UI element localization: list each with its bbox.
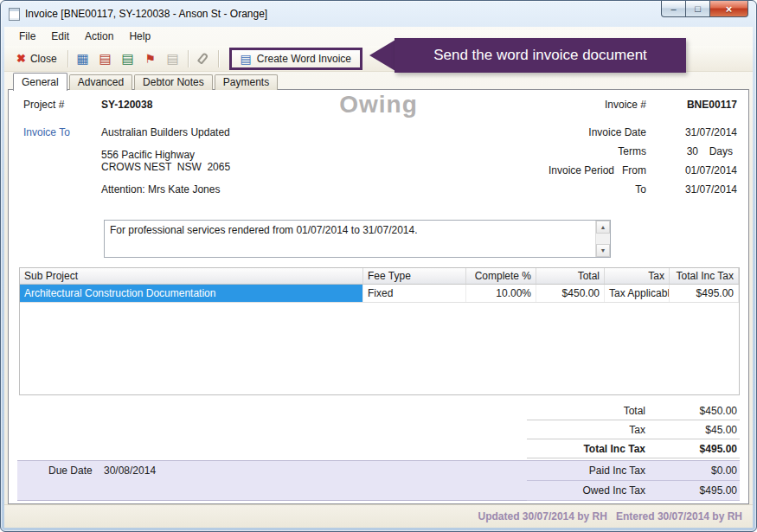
tab-advanced[interactable]: Advanced bbox=[69, 74, 132, 90]
window-title: Invoice [BNE00117, SY-120038 - Anson St … bbox=[25, 8, 267, 20]
close-button-label: Close bbox=[30, 53, 57, 65]
terms-value: 30 bbox=[687, 145, 698, 157]
table-grid-icon[interactable]: ▦ bbox=[74, 50, 93, 67]
app-icon bbox=[9, 8, 20, 21]
toolbar-separator bbox=[218, 50, 219, 67]
due-section: Due Date 30/08/2014 Paid Inc Tax $0.00 O… bbox=[17, 460, 740, 501]
menu-action[interactable]: Action bbox=[77, 28, 121, 45]
owed-inc-tax-label: Owed Inc Tax bbox=[527, 484, 649, 497]
total-inc-tax-value: $495.00 bbox=[649, 443, 740, 455]
minimize-button[interactable]: – bbox=[661, 1, 686, 17]
cell-fee-type: Fixed bbox=[363, 285, 466, 302]
flag-report-icon[interactable]: ⚑ bbox=[141, 50, 160, 67]
cell-total: $450.00 bbox=[536, 285, 605, 302]
total-row: Total $450.00 bbox=[527, 401, 740, 420]
project-value: SY-120038 bbox=[101, 99, 152, 111]
period-to-value: 31/07/2014 bbox=[685, 183, 737, 195]
maximize-icon: □ bbox=[695, 3, 701, 14]
owed-row: Owed Inc Tax $495.00 bbox=[17, 481, 740, 501]
window-controls: – □ × bbox=[662, 1, 748, 17]
invoice-window: Invoice [BNE00117, SY-120038 - Anson St … bbox=[0, 0, 757, 532]
due-date-value: 30/08/2014 bbox=[104, 465, 156, 477]
column-header-total[interactable]: Total bbox=[536, 268, 605, 284]
cell-complete: 10.00% bbox=[466, 285, 536, 302]
callout-arrow bbox=[369, 40, 395, 71]
invoice-to-label[interactable]: Invoice To bbox=[23, 126, 70, 138]
close-window-button[interactable]: × bbox=[709, 1, 748, 17]
paid-inc-tax-label: Paid Inc Tax bbox=[527, 465, 649, 477]
close-window-icon: × bbox=[726, 3, 733, 16]
screen: Invoice [BNE00117, SY-120038 - Anson St … bbox=[0, 0, 757, 532]
annotation-text: Send the word invoice document bbox=[433, 47, 647, 64]
tab-debtor-notes[interactable]: Debtor Notes bbox=[134, 74, 213, 90]
paperclip-glyph bbox=[197, 52, 209, 64]
create-word-invoice-button[interactable]: ▤ Create Word Invoice bbox=[229, 48, 362, 70]
column-header-tax[interactable]: Tax bbox=[605, 268, 670, 284]
cell-tax: Tax Applicable bbox=[605, 285, 670, 302]
window-body: File Edit Action Help ✖ Close ▦ ▤ ▤ ⚑ ▤ bbox=[4, 27, 753, 528]
due-date-label: Due Date bbox=[48, 465, 93, 477]
tab-payments[interactable]: Payments bbox=[215, 74, 278, 90]
owed-inc-tax-row: Owed Inc Tax $495.00 bbox=[527, 481, 740, 501]
client-address-line2: CROWS NEST NSW 2065 bbox=[101, 161, 230, 173]
invoice-date-value: 31/07/2014 bbox=[685, 126, 737, 138]
terms-label: Terms bbox=[618, 145, 646, 157]
word-invoice-icon: ▤ bbox=[241, 53, 252, 65]
report-doc-icon[interactable]: ▤ bbox=[119, 50, 138, 67]
owed-inc-tax-value: $495.00 bbox=[649, 484, 740, 497]
close-x-icon: ✖ bbox=[16, 53, 26, 64]
menu-edit[interactable]: Edit bbox=[43, 28, 77, 45]
statusbar: Updated 30/07/2014 by RH Entered 30/07/2… bbox=[4, 504, 753, 528]
tax-value: $45.00 bbox=[649, 424, 740, 436]
paperclip-icon[interactable] bbox=[194, 50, 213, 67]
description-scrollbar[interactable]: ▲ ▼ bbox=[595, 221, 610, 257]
totals-section: Total $450.00 Tax $45.00 Total Inc Tax $… bbox=[527, 401, 740, 458]
table-row[interactable]: Architectural Construction Documentation… bbox=[20, 285, 739, 303]
scroll-down-button[interactable]: ▼ bbox=[596, 244, 610, 257]
tab-general[interactable]: General bbox=[13, 73, 67, 91]
total-inc-tax-label: Total Inc Tax bbox=[527, 443, 649, 455]
export-doc-icon[interactable]: ▤ bbox=[96, 50, 115, 67]
invoice-description-text: For professional services rendered from … bbox=[110, 224, 591, 236]
invoice-form-panel: Owing Project # SY-120038 Invoice # BNE0… bbox=[8, 89, 749, 504]
period-from-label: From bbox=[622, 164, 646, 176]
tax-row: Tax $45.00 bbox=[527, 420, 740, 439]
total-value: $450.00 bbox=[649, 405, 740, 417]
toolbar-separator bbox=[188, 50, 189, 67]
period-from-value: 01/07/2014 bbox=[685, 164, 737, 176]
client-address-line1: 556 Pacific Highway bbox=[101, 149, 195, 161]
annotation-callout: Send the word invoice document bbox=[395, 38, 686, 73]
column-header-fee-type[interactable]: Fee Type bbox=[363, 268, 466, 284]
table-header-row: Sub Project Fee Type Complete % Total Ta… bbox=[20, 268, 739, 285]
due-date-row: Due Date 30/08/2014 Paid Inc Tax $0.00 bbox=[17, 461, 740, 481]
total-label: Total bbox=[527, 405, 649, 417]
toolbar-separator bbox=[67, 50, 68, 67]
menu-help[interactable]: Help bbox=[121, 28, 158, 45]
invoice-date-label: Invoice Date bbox=[588, 126, 646, 138]
client-attention: Attention: Mrs Kate Jones bbox=[101, 183, 220, 195]
project-label: Project # bbox=[23, 99, 64, 111]
status-updated: Updated 30/07/2014 by RH bbox=[478, 510, 607, 522]
column-header-complete[interactable]: Complete % bbox=[466, 268, 536, 284]
titlebar: Invoice [BNE00117, SY-120038 - Anson St … bbox=[1, 1, 756, 27]
invoice-period-label: Invoice Period bbox=[549, 164, 614, 176]
column-header-total-inc-tax[interactable]: Total Inc Tax bbox=[670, 268, 739, 284]
tabstrip: General Advanced Debtor Notes Payments bbox=[4, 72, 753, 90]
history-icon[interactable]: ▤ bbox=[164, 50, 183, 67]
line-items-table: Sub Project Fee Type Complete % Total Ta… bbox=[19, 267, 740, 395]
client-name: Australian Builders Updated bbox=[101, 126, 230, 138]
invoice-description-field[interactable]: For professional services rendered from … bbox=[104, 220, 611, 258]
invoice-number-value: BNE00117 bbox=[687, 99, 737, 111]
invoice-number-label: Invoice # bbox=[605, 99, 646, 111]
column-header-sub-project[interactable]: Sub Project bbox=[20, 268, 363, 284]
cell-sub-project: Architectural Construction Documentation bbox=[20, 285, 363, 302]
total-inc-tax-row: Total Inc Tax $495.00 bbox=[527, 439, 740, 458]
terms-unit: Days bbox=[709, 145, 733, 157]
scroll-up-button[interactable]: ▲ bbox=[596, 221, 610, 234]
close-button[interactable]: ✖ Close bbox=[10, 50, 64, 67]
cell-total-inc-tax: $495.00 bbox=[670, 285, 739, 302]
paid-inc-tax-value: $0.00 bbox=[649, 465, 740, 477]
maximize-button[interactable]: □ bbox=[685, 1, 710, 17]
menu-file[interactable]: File bbox=[11, 28, 43, 45]
minimize-icon: – bbox=[670, 3, 676, 14]
